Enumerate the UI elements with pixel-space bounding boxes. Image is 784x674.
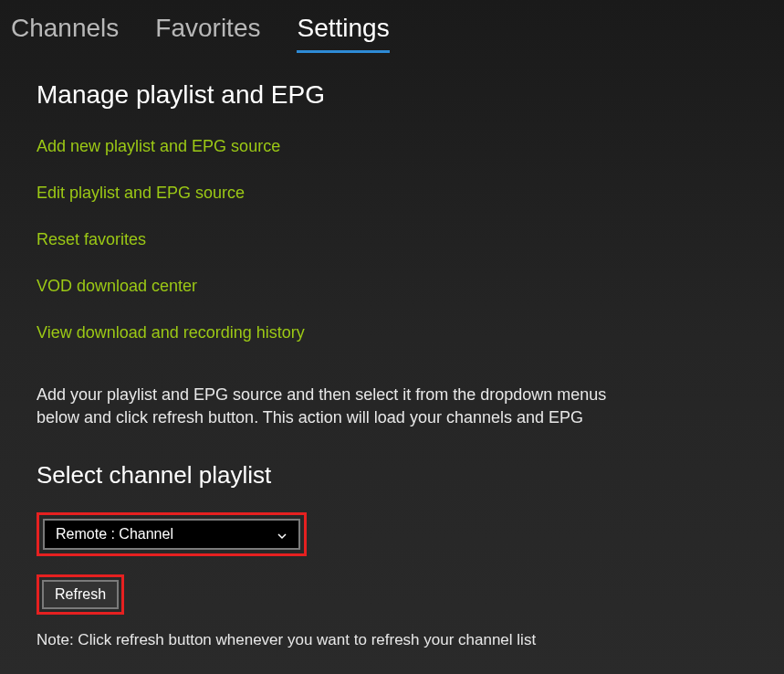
link-reset-favorites[interactable]: Reset favorites	[37, 230, 747, 249]
refresh-note: Note: Click refresh button whenever you …	[37, 631, 747, 649]
page-heading: Manage playlist and EPG	[37, 80, 747, 110]
channel-playlist-dropdown[interactable]: Remote : Channel	[43, 519, 300, 550]
link-view-history[interactable]: View download and recording history	[37, 323, 747, 342]
refresh-button[interactable]: Refresh	[42, 580, 119, 609]
dropdown-highlight: Remote : Channel	[37, 512, 307, 556]
dropdown-selected-value: Remote : Channel	[56, 526, 173, 542]
tab-settings[interactable]: Settings	[297, 14, 389, 53]
instructions-text: Add your playlist and EPG source and the…	[37, 384, 630, 429]
tab-favorites[interactable]: Favorites	[155, 14, 260, 53]
button-highlight: Refresh	[37, 574, 124, 615]
tab-channels[interactable]: Channels	[11, 14, 119, 53]
link-vod-center[interactable]: VOD download center	[37, 277, 747, 296]
link-edit-source[interactable]: Edit playlist and EPG source	[37, 184, 747, 203]
select-playlist-heading: Select channel playlist	[37, 461, 747, 490]
link-add-source[interactable]: Add new playlist and EPG source	[37, 137, 747, 156]
tab-bar: Channels Favorites Settings	[0, 0, 784, 62]
settings-content: Manage playlist and EPG Add new playlist…	[0, 62, 784, 668]
chevron-down-icon	[277, 529, 287, 540]
